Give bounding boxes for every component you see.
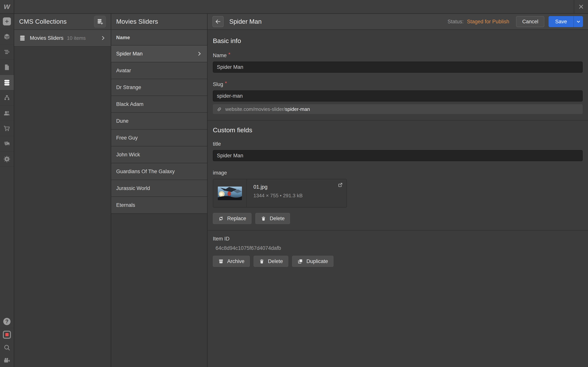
top-bar: w bbox=[0, 0, 588, 14]
custom-fields-heading: Custom fields bbox=[213, 126, 583, 134]
add-elements-button[interactable] bbox=[0, 14, 14, 29]
image-thumbnail-cell bbox=[213, 179, 247, 207]
delete-label: Delete bbox=[270, 216, 285, 222]
duplicate-label: Duplicate bbox=[306, 259, 328, 264]
editor-body: Basic info Name * Slug * website.com/mov… bbox=[208, 30, 588, 367]
save-button-label[interactable]: Save bbox=[549, 16, 573, 27]
image-thumbnail[interactable] bbox=[218, 187, 242, 200]
rail-spacer bbox=[0, 167, 14, 315]
trash-icon bbox=[259, 259, 265, 264]
back-button[interactable] bbox=[212, 16, 224, 27]
list-item-label: John Wick bbox=[116, 152, 140, 158]
pages-button[interactable] bbox=[0, 60, 14, 75]
collections-panel: CMS Collections Movies Sliders 10 items bbox=[14, 14, 111, 367]
duplicate-icon bbox=[297, 259, 303, 264]
name-field-label: Name * bbox=[213, 53, 583, 58]
status-label: Status: bbox=[448, 19, 464, 25]
list-item[interactable]: Jurassic World bbox=[111, 180, 207, 197]
settings-button[interactable] bbox=[0, 151, 14, 167]
collections-panel-title: CMS Collections bbox=[19, 18, 67, 25]
spider-man-thumbnail-art bbox=[218, 187, 242, 200]
editor-item-title: Spider Man bbox=[229, 18, 262, 25]
section-divider bbox=[208, 230, 588, 231]
close-button[interactable] bbox=[574, 0, 588, 13]
list-item-label: Dr Strange bbox=[116, 84, 141, 90]
stop-recording-button[interactable] bbox=[0, 328, 14, 341]
ecommerce-button[interactable] bbox=[0, 121, 14, 136]
title-input[interactable] bbox=[213, 150, 583, 161]
components-button[interactable] bbox=[0, 29, 14, 44]
navigator-icon bbox=[3, 48, 10, 56]
collection-row-movies-sliders[interactable]: Movies Sliders 10 items bbox=[14, 30, 111, 47]
image-meta: 1344 × 755 • 291.3 kB bbox=[253, 193, 303, 199]
image-asset-card[interactable]: 01.jpg 1344 × 755 • 291.3 kB bbox=[213, 179, 347, 208]
list-item[interactable]: Avatar bbox=[111, 62, 207, 79]
add-collection-button[interactable] bbox=[94, 16, 106, 27]
editor-header: Spider Man Status: Staged for Publish Ca… bbox=[208, 14, 588, 30]
status-value: Staged for Publish bbox=[467, 19, 509, 25]
name-input[interactable] bbox=[213, 62, 583, 73]
search-icon bbox=[3, 344, 10, 351]
list-item-label: Avatar bbox=[116, 68, 131, 74]
video-icon bbox=[3, 357, 10, 364]
settings-icon bbox=[3, 155, 10, 163]
list-item[interactable]: John Wick bbox=[111, 146, 207, 163]
delete-image-button[interactable]: Delete bbox=[255, 213, 290, 224]
required-marker: * bbox=[225, 81, 227, 86]
assets-button[interactable] bbox=[0, 136, 14, 151]
duplicate-button[interactable]: Duplicate bbox=[292, 256, 333, 267]
item-url-preview[interactable]: website.com/movies-slider/spider-man bbox=[213, 104, 583, 114]
url-slug: spider-man bbox=[285, 106, 310, 112]
editor-header-actions: Status: Staged for Publish Cancel Save bbox=[448, 16, 583, 27]
basic-info-heading: Basic info bbox=[213, 37, 583, 44]
image-field-label: image bbox=[213, 170, 583, 176]
list-item-label: Black Adam bbox=[116, 101, 144, 107]
webflow-logo[interactable]: w bbox=[0, 0, 14, 13]
archive-button[interactable]: Archive bbox=[213, 256, 250, 267]
item-id-label: Item ID bbox=[213, 236, 583, 242]
chevron-right-icon bbox=[196, 51, 202, 57]
list-item[interactable]: Dr Strange bbox=[111, 79, 207, 96]
refresh-icon bbox=[218, 216, 224, 221]
save-options-button[interactable] bbox=[573, 16, 583, 27]
save-button[interactable]: Save bbox=[549, 16, 583, 27]
webflow-cms-window: w bbox=[0, 0, 588, 367]
logic-button[interactable] bbox=[0, 90, 14, 106]
list-item-spider-man[interactable]: Spider Man bbox=[111, 45, 207, 62]
list-item[interactable]: Free Guy bbox=[111, 130, 207, 146]
list-item-label: Spider Man bbox=[116, 51, 143, 57]
collections-panel-header: CMS Collections bbox=[14, 14, 111, 30]
item-actions: Archive Delete Duplicate bbox=[213, 256, 583, 267]
publish-status: Status: Staged for Publish bbox=[448, 19, 509, 25]
items-panel: Movies Sliders Name Spider Man Avatar Dr… bbox=[111, 14, 208, 367]
chevron-right-icon bbox=[100, 35, 106, 41]
stop-recording-icon bbox=[3, 331, 11, 339]
required-marker: * bbox=[228, 52, 230, 57]
cancel-button[interactable]: Cancel bbox=[516, 16, 544, 27]
help-button[interactable] bbox=[0, 315, 14, 328]
components-icon bbox=[3, 33, 10, 40]
open-image-button[interactable] bbox=[338, 182, 343, 188]
list-item[interactable]: Eternals bbox=[111, 197, 207, 214]
navigator-button[interactable] bbox=[0, 44, 14, 60]
delete-item-button[interactable]: Delete bbox=[254, 256, 288, 267]
replace-image-button[interactable]: Replace bbox=[213, 213, 251, 224]
pages-icon bbox=[3, 64, 10, 71]
list-item[interactable]: Black Adam bbox=[111, 96, 207, 113]
webflow-logo-glyph: w bbox=[4, 2, 10, 10]
title-field-label: title bbox=[213, 141, 583, 147]
link-icon bbox=[216, 107, 222, 112]
logic-icon bbox=[3, 94, 10, 101]
collection-name: Movies Sliders bbox=[30, 35, 64, 41]
section-divider bbox=[208, 120, 588, 121]
help-icon bbox=[3, 318, 10, 325]
list-item[interactable]: Dune bbox=[111, 113, 207, 130]
slug-input[interactable] bbox=[213, 90, 583, 101]
close-icon bbox=[578, 3, 584, 10]
video-button[interactable] bbox=[0, 354, 14, 367]
users-button[interactable] bbox=[0, 106, 14, 121]
ecommerce-icon bbox=[3, 125, 10, 132]
list-item[interactable]: Guardians Of The Galaxy bbox=[111, 163, 207, 180]
cms-button[interactable] bbox=[0, 75, 14, 90]
search-button[interactable] bbox=[0, 341, 14, 354]
